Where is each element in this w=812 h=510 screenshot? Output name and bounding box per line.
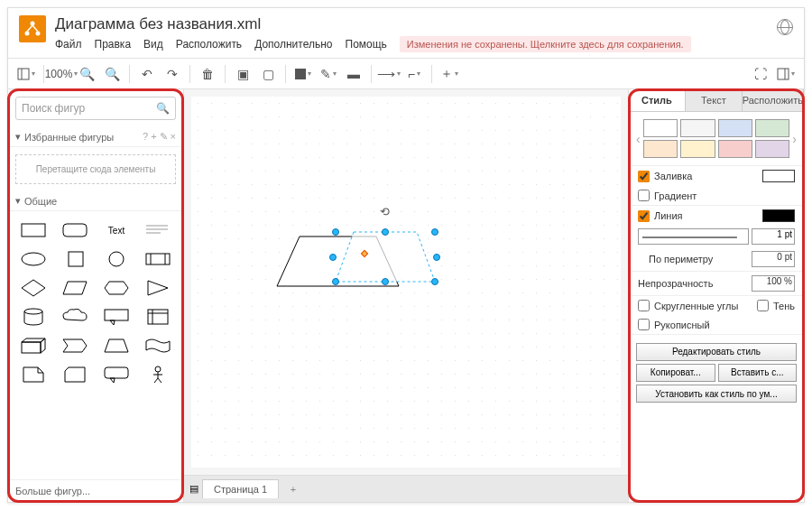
- page-tab-1[interactable]: Страница 1: [202, 479, 279, 498]
- menu-file[interactable]: Файл: [55, 38, 82, 51]
- to-back-icon[interactable]: ▢: [257, 63, 279, 85]
- shape-actor[interactable]: [140, 363, 176, 386]
- resize-handle-s[interactable]: [382, 278, 389, 285]
- shape-cloud[interactable]: [57, 305, 93, 329]
- redo-icon[interactable]: ↷: [161, 63, 183, 85]
- shape-hexagon[interactable]: [98, 276, 134, 300]
- opacity-input[interactable]: 100 %: [752, 275, 795, 292]
- zoom-in-icon[interactable]: 🔍: [76, 63, 97, 85]
- shape-step[interactable]: [57, 334, 93, 357]
- menu-view[interactable]: Вид: [143, 38, 163, 51]
- shadow-icon[interactable]: ▬: [343, 63, 364, 85]
- swatch-orange[interactable]: [643, 140, 678, 158]
- scratchpad-header[interactable]: ▾Избранные фигуры ?+✎×: [8, 127, 183, 147]
- menu-edit[interactable]: Правка: [95, 38, 132, 51]
- gradient-checkbox[interactable]: [638, 190, 650, 201]
- shape-process[interactable]: [140, 247, 176, 271]
- shape-note[interactable]: [15, 363, 51, 386]
- resize-handle-w[interactable]: [329, 254, 337, 261]
- menu-extras[interactable]: Дополнительно: [254, 38, 332, 51]
- shape-callout[interactable]: [98, 305, 134, 329]
- drawing-canvas[interactable]: ⟲: [191, 97, 621, 468]
- shape-textbox[interactable]: [140, 218, 176, 242]
- rotate-handle[interactable]: ⟲: [380, 205, 390, 218]
- fill-checkbox[interactable]: [638, 171, 650, 182]
- line-color-icon[interactable]: ✎: [318, 63, 339, 85]
- resize-handle-se[interactable]: [431, 278, 438, 285]
- swatch-green[interactable]: [755, 119, 789, 137]
- copy-style-button[interactable]: Копироват...: [636, 364, 715, 382]
- shape-rectangle[interactable]: [15, 218, 51, 242]
- perimeter-input[interactable]: 0 pt: [752, 251, 795, 267]
- shape-parallelogram[interactable]: [57, 276, 93, 300]
- tab-text[interactable]: Текст: [686, 89, 743, 111]
- to-front-icon[interactable]: ▣: [232, 63, 254, 85]
- paste-style-button[interactable]: Вставить с...: [718, 364, 798, 382]
- search-shapes-input[interactable]: Поиск фигур 🔍: [15, 97, 176, 120]
- edit-style-button[interactable]: Редактировать стиль: [636, 343, 797, 361]
- shape-tape[interactable]: [140, 334, 176, 357]
- shape-internal-storage[interactable]: [140, 305, 176, 329]
- add-page-button[interactable]: +: [282, 484, 304, 495]
- edit-icon[interactable]: ✎: [160, 131, 168, 143]
- connection-icon[interactable]: ⟶: [378, 63, 400, 85]
- delete-icon[interactable]: 🗑: [197, 63, 218, 85]
- add-icon[interactable]: +: [151, 131, 156, 143]
- swatch-white[interactable]: [643, 119, 678, 137]
- sketch-checkbox[interactable]: [638, 319, 650, 330]
- shape-square[interactable]: [57, 247, 93, 271]
- more-shapes-link[interactable]: Больше фигур...: [8, 479, 183, 502]
- swatch-red[interactable]: [718, 140, 752, 158]
- fill-color-picker[interactable]: [762, 170, 795, 182]
- line-style-select[interactable]: [638, 228, 749, 245]
- resize-handle-n[interactable]: [382, 228, 389, 236]
- view-sidebar-toggle[interactable]: [15, 63, 37, 85]
- swatch-yellow[interactable]: [680, 140, 715, 158]
- shape-circle[interactable]: [98, 247, 134, 271]
- shape-trapezoid[interactable]: [98, 334, 134, 357]
- shape-rounded-rect[interactable]: [57, 218, 93, 242]
- shape-callout2[interactable]: [98, 363, 134, 386]
- shape-diamond[interactable]: [15, 276, 51, 300]
- format-panel-toggle[interactable]: [775, 63, 797, 85]
- swatch-next-icon[interactable]: ›: [792, 132, 797, 146]
- swatch-grey[interactable]: [680, 119, 715, 137]
- zoom-select[interactable]: 100%: [51, 63, 72, 85]
- general-shapes-header[interactable]: ▾Общие: [8, 191, 183, 211]
- undo-icon[interactable]: ↶: [136, 63, 158, 85]
- insert-icon[interactable]: ＋: [438, 63, 460, 85]
- zoom-out-icon[interactable]: 🔍: [101, 63, 123, 85]
- document-title[interactable]: Диаграмма без названия.xml: [55, 15, 768, 33]
- shape-text[interactable]: Text: [98, 218, 134, 242]
- fullscreen-icon[interactable]: ⛶: [750, 63, 771, 85]
- menu-help[interactable]: Помощь: [346, 38, 387, 51]
- close-icon[interactable]: ×: [171, 131, 176, 143]
- waypoint-icon[interactable]: ⌐: [403, 63, 425, 85]
- swatch-prev-icon[interactable]: ‹: [636, 132, 641, 146]
- swatch-blue[interactable]: [718, 119, 752, 137]
- shape-ellipse[interactable]: [15, 247, 51, 271]
- set-default-style-button[interactable]: Установить как стиль по ум...: [636, 385, 797, 403]
- app-logo[interactable]: [19, 15, 46, 42]
- swatch-purple[interactable]: [755, 140, 789, 158]
- shape-card[interactable]: [57, 363, 93, 386]
- tab-arrange[interactable]: Расположить: [743, 89, 804, 111]
- shape-triangle[interactable]: [140, 276, 176, 300]
- resize-handle-sw[interactable]: [332, 278, 339, 285]
- save-banner[interactable]: Изменения не сохранены. Щелкните здесь д…: [400, 36, 691, 52]
- resize-handle-nw[interactable]: [332, 228, 339, 236]
- rounded-checkbox[interactable]: [638, 300, 650, 311]
- shape-cube[interactable]: [15, 334, 51, 357]
- scratchpad-dropzone[interactable]: Перетащите сюда элементы: [15, 154, 176, 184]
- menu-arrange[interactable]: Расположить: [176, 38, 242, 51]
- line-width-input[interactable]: 1 pt: [752, 228, 795, 245]
- language-icon[interactable]: [777, 19, 793, 35]
- pages-menu-icon[interactable]: ▤: [189, 483, 198, 495]
- help-icon[interactable]: ?: [143, 131, 148, 143]
- resize-handle-e[interactable]: [433, 254, 440, 261]
- shape-cylinder[interactable]: [15, 305, 51, 329]
- fill-color-icon[interactable]: [292, 63, 314, 85]
- resize-handle-ne[interactable]: [431, 228, 438, 236]
- shadow-checkbox[interactable]: [757, 300, 769, 311]
- tab-style[interactable]: Стиль: [629, 89, 686, 111]
